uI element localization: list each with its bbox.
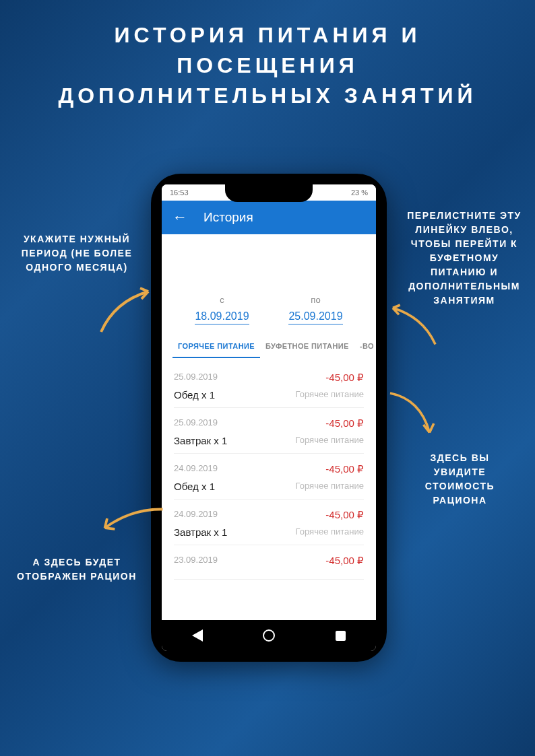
tab-extra[interactable]: -ВО — [354, 335, 376, 358]
content-area: с 18.09.2019 по 25.09.2019 ГОРЯЧЕЕ ПИТАН… — [162, 234, 376, 620]
page-title: ИСТОРИЯ ПИТАНИЯ И ПОСЕЩЕНИЯ ДОПОЛНИТЕЛЬН… — [0, 0, 535, 117]
item-category: Горячее питание — [296, 481, 364, 492]
date-from-value: 18.09.2019 — [195, 310, 249, 324]
item-name: Завтрак х 1 — [174, 435, 227, 446]
history-list[interactable]: 25.09.2019-45,00 ₽ Обед х 1Горячее питан… — [162, 358, 376, 584]
arrow-icon — [94, 281, 162, 335]
tab-buffet[interactable]: БУФЕТНОЕ ПИТАНИЕ — [260, 335, 354, 358]
date-to-value: 25.09.2019 — [288, 310, 342, 324]
date-from-label: с — [175, 295, 269, 305]
item-date: 24.09.2019 — [174, 509, 218, 521]
callout-price: ЗДЕСЬ ВЫ УВИДИТЕ СТОИМОСТЬ РАЦИОНА — [404, 451, 515, 508]
status-battery: 23 % — [351, 188, 368, 197]
title-line: ДОПОЛНИТЕЛЬНЫХ ЗАНЯТИЙ — [13, 81, 522, 111]
callout-ration: А ЗДЕСЬ БУДЕТ ОТОБРАЖЕН РАЦИОН — [17, 555, 137, 584]
status-time: 16:53 — [170, 188, 189, 197]
tabs-row[interactable]: ГОРЯЧЕЕ ПИТАНИЕ БУФЕТНОЕ ПИТАНИЕ -ВО — [162, 329, 376, 358]
date-range-row: с 18.09.2019 по 25.09.2019 — [162, 295, 376, 329]
title-line: ИСТОРИЯ ПИТАНИЯ И — [13, 20, 522, 50]
back-arrow-icon[interactable]: ← — [172, 209, 187, 226]
arrow-icon — [381, 296, 441, 350]
phone-notch — [225, 184, 313, 202]
item-price: -45,00 ₽ — [325, 509, 364, 521]
item-date: 24.09.2019 — [174, 463, 218, 475]
item-category: Горячее питание — [296, 526, 364, 538]
callout-period: УКАЖИТЕ НУЖНЫЙ ПЕРИОД (НЕ БОЛЕЕ ОДНОГО М… — [17, 232, 137, 275]
header-title: История — [203, 210, 253, 225]
nav-back-icon[interactable] — [192, 629, 203, 642]
item-price: -45,00 ₽ — [325, 417, 364, 429]
nav-home-icon[interactable] — [263, 629, 275, 642]
list-item[interactable]: 23.09.2019-45,00 ₽ — [174, 545, 364, 580]
item-price: -45,00 ₽ — [325, 555, 364, 567]
item-category: Горячее питание — [296, 389, 364, 401]
item-price: -45,00 ₽ — [325, 463, 364, 475]
item-name: Завтрак х 1 — [174, 526, 227, 538]
arrow-icon — [384, 387, 445, 448]
callout-swipe: ПЕРЕЛИСТНИТЕ ЭТУ ЛИНЕЙКУ ВЛЕВО, ЧТОБЫ ПЕ… — [404, 209, 524, 308]
list-item[interactable]: 24.09.2019-45,00 ₽ Обед х 1Горячее питан… — [174, 454, 364, 500]
item-price: -45,00 ₽ — [325, 372, 364, 384]
app-header: ← История — [162, 201, 376, 234]
item-name: Обед х 1 — [174, 481, 215, 492]
item-category: Горячее питание — [296, 435, 364, 446]
android-nav-bar — [162, 620, 376, 651]
list-item[interactable]: 25.09.2019-45,00 ₽ Завтрак х 1Горячее пи… — [174, 408, 364, 454]
date-to-col[interactable]: по 25.09.2019 — [269, 295, 363, 324]
list-item[interactable]: 24.09.2019-45,00 ₽ Завтрак х 1Горячее пи… — [174, 500, 364, 545]
item-date: 23.09.2019 — [174, 555, 218, 567]
item-name: Обед х 1 — [174, 389, 215, 401]
date-to-label: по — [269, 295, 363, 305]
date-from-col[interactable]: с 18.09.2019 — [175, 295, 269, 324]
phone-mockup: 16:53 23 % ← История с 18.09.2019 по 25.… — [151, 174, 387, 662]
tab-hot[interactable]: ГОРЯЧЕЕ ПИТАНИЕ — [172, 335, 260, 358]
item-date: 25.09.2019 — [174, 417, 218, 429]
list-item[interactable]: 25.09.2019-45,00 ₽ Обед х 1Горячее питан… — [174, 362, 364, 408]
phone-screen: 16:53 23 % ← История с 18.09.2019 по 25.… — [162, 184, 376, 651]
nav-recent-icon[interactable] — [336, 631, 346, 641]
title-line: ПОСЕЩЕНИЯ — [13, 50, 522, 81]
item-date: 25.09.2019 — [174, 372, 218, 384]
